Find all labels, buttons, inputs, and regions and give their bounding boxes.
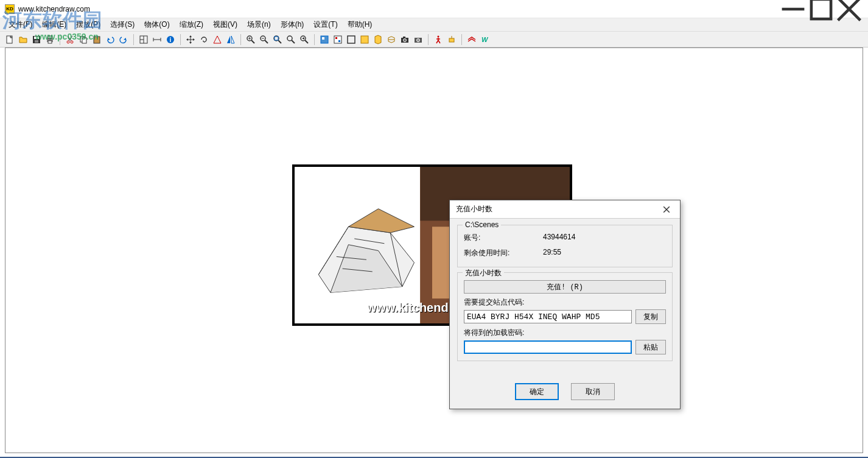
menu-help[interactable]: 帮助(H): [343, 18, 377, 31]
menu-view[interactable]: 视图(V): [208, 18, 242, 31]
svg-point-14: [71, 41, 73, 43]
menu-zoom[interactable]: 缩放(Z): [175, 18, 208, 31]
svg-rect-7: [35, 40, 38, 43]
svg-rect-9: [48, 36, 52, 38]
svg-line-34: [265, 40, 268, 43]
remaining-value: 29:55: [543, 248, 561, 258]
svg-text:i: i: [170, 37, 172, 43]
save-icon[interactable]: [30, 33, 43, 46]
zoom-window-icon[interactable]: [285, 33, 297, 46]
print-icon[interactable]: [44, 33, 56, 46]
wall-icon[interactable]: [345, 33, 357, 46]
copy-icon[interactable]: [77, 33, 89, 46]
paste-icon[interactable]: [91, 33, 103, 46]
menu-place[interactable]: 摆放(P): [71, 18, 105, 31]
window-icon[interactable]: [385, 33, 397, 46]
zoom-in-icon[interactable]: [245, 33, 257, 46]
recharge-group-title: 充值小时数: [463, 268, 504, 278]
toolbar: i W: [0, 32, 868, 48]
zoom-prev-icon[interactable]: [298, 33, 310, 46]
menu-shape[interactable]: 形体(h): [276, 18, 309, 31]
svg-point-55: [417, 38, 420, 41]
floor-icon[interactable]: [359, 33, 371, 46]
close-button[interactable]: [835, 0, 863, 18]
remaining-label: 剩余使用时间:: [464, 248, 543, 258]
minimize-button[interactable]: [779, 0, 807, 18]
paste-button[interactable]: 粘贴: [635, 340, 666, 354]
account-label: 账号:: [464, 233, 543, 243]
svg-rect-53: [403, 37, 405, 38]
scale-icon[interactable]: [211, 33, 223, 46]
walk-icon[interactable]: [432, 33, 444, 46]
photo-icon[interactable]: [412, 33, 424, 46]
dialog-title-text: 充值小时数: [456, 204, 659, 214]
account-value: 43944614: [543, 233, 575, 243]
view3d-icon[interactable]: [318, 33, 331, 46]
recharge-button[interactable]: 充值! (R): [464, 280, 666, 294]
render-icon[interactable]: [332, 33, 344, 46]
svg-rect-49: [361, 36, 368, 43]
camera-icon[interactable]: [399, 33, 411, 46]
ok-button[interactable]: 确定: [515, 383, 559, 400]
account-group: C:\Scenes 账号: 43944614 剩余使用时间: 29:55: [457, 225, 673, 267]
info-icon[interactable]: i: [164, 33, 177, 46]
svg-point-56: [438, 35, 439, 37]
web-icon[interactable]: W: [479, 33, 491, 46]
svg-rect-45: [334, 36, 341, 43]
dialog-close-button[interactable]: [659, 202, 674, 217]
new-icon[interactable]: [4, 33, 16, 46]
cancel-button[interactable]: 取消: [571, 383, 615, 400]
copy-button[interactable]: 复制: [635, 309, 666, 324]
recharge-group: 充值小时数 充值! (R) 需要提交站点代码: 复制 将得到的加载密码: 粘贴: [457, 272, 673, 361]
svg-line-40: [292, 40, 295, 43]
svg-line-58: [436, 40, 438, 43]
light-icon[interactable]: [446, 33, 458, 46]
svg-line-59: [438, 40, 440, 43]
mirror-icon[interactable]: [225, 33, 237, 46]
rotate-icon[interactable]: [198, 33, 210, 46]
menu-select[interactable]: 选择(S): [105, 18, 139, 31]
svg-rect-38: [275, 37, 278, 40]
svg-text:W: W: [481, 36, 489, 43]
recharge-dialog: 充值小时数 C:\Scenes 账号: 43944614 剩余使用时间: 29:…: [449, 200, 681, 409]
measure-icon[interactable]: [151, 33, 163, 46]
plan-icon[interactable]: [138, 33, 150, 46]
site-code-label: 需要提交站点代码:: [464, 297, 666, 308]
redo-icon[interactable]: [117, 33, 130, 46]
titlebar: KD www.kitchendraw.com: [0, 0, 868, 18]
svg-rect-47: [338, 40, 340, 42]
menubar: 文件(F) 编辑(E) 摆放(P) 选择(S) 物体(O) 缩放(Z) 视图(V…: [0, 18, 868, 32]
svg-point-13: [67, 41, 69, 43]
svg-line-30: [251, 40, 254, 43]
zoom-fit-icon[interactable]: [271, 33, 284, 46]
cut-icon[interactable]: [64, 33, 76, 46]
menu-edit[interactable]: 编辑(E): [37, 18, 71, 31]
zoom-out-icon[interactable]: [258, 33, 270, 46]
svg-line-37: [278, 40, 281, 43]
open-icon[interactable]: [17, 33, 29, 46]
account-group-title: C:\Scenes: [463, 220, 501, 229]
layer-icon[interactable]: [466, 33, 478, 46]
door-icon[interactable]: [372, 33, 384, 46]
move-icon[interactable]: [184, 33, 197, 46]
svg-line-42: [305, 40, 308, 43]
menu-scene[interactable]: 场景(n): [242, 18, 276, 31]
maximize-button[interactable]: [807, 0, 835, 18]
svg-rect-16: [82, 38, 86, 43]
svg-rect-61: [449, 38, 454, 42]
dialog-titlebar[interactable]: 充值小时数: [450, 200, 680, 219]
svg-point-52: [404, 38, 407, 41]
undo-icon[interactable]: [104, 33, 116, 46]
site-code-input[interactable]: [464, 310, 632, 323]
svg-rect-1: [811, 0, 831, 19]
menu-file[interactable]: 文件(F): [4, 18, 37, 31]
svg-rect-6: [34, 37, 39, 39]
svg-rect-46: [335, 37, 337, 39]
menu-object[interactable]: 物体(O): [139, 18, 174, 31]
load-code-input[interactable]: [464, 340, 632, 354]
svg-rect-18: [96, 36, 98, 38]
svg-rect-48: [348, 36, 355, 43]
load-code-label: 将得到的加载密码:: [464, 328, 666, 338]
menu-settings[interactable]: 设置(T): [309, 18, 342, 31]
app-icon: KD: [5, 4, 15, 14]
